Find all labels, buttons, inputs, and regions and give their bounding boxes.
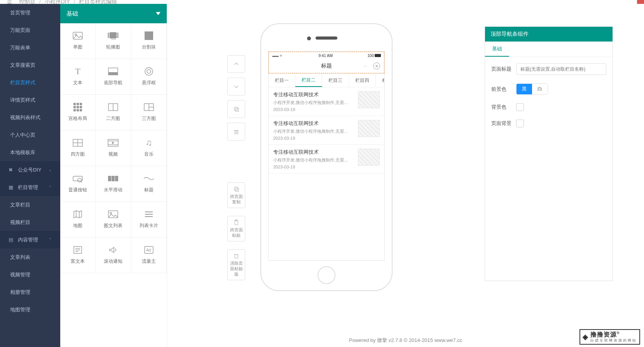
sidebar-item[interactable]: 个人中心页 — [0, 126, 60, 144]
move-up-button[interactable] — [227, 55, 245, 73]
component-text[interactable]: T文本 — [60, 59, 96, 95]
background-color-checkbox[interactable] — [516, 103, 524, 111]
sidebar-item-label: 地图管理 — [10, 306, 52, 313]
selected-navbar-component[interactable]: ᯤ 9:41 AM 100 标题 ⋯ ✕ — [269, 52, 384, 73]
more-icon[interactable]: ⋯ — [362, 62, 369, 69]
component-button[interactable]: 普通按钮 — [60, 166, 96, 202]
component-label: 滚动通知 — [104, 258, 122, 265]
component-ad[interactable]: Ad流量主 — [131, 238, 167, 273]
component-imglist[interactable]: 图文列表 — [96, 202, 131, 238]
sidebar-item[interactable]: 万能页面 — [0, 21, 60, 39]
sidebar-item[interactable]: 视频栏目 — [0, 213, 60, 231]
cross-page-copy-button[interactable]: 跨页面复制 — [227, 182, 245, 208]
component-notice[interactable]: 滚动通知 — [96, 238, 131, 273]
svg-rect-38 — [115, 176, 118, 181]
component-grid2[interactable]: 二方图 — [96, 95, 131, 130]
prop-label-fg: 前景色 — [491, 86, 516, 93]
component-label: 二方图 — [106, 115, 120, 122]
phone-tab[interactable]: 栏目四 — [349, 74, 376, 87]
block-icon — [143, 31, 154, 40]
sidebar-item[interactable]: 文章搜索页 — [0, 56, 60, 74]
footer: Powered by 微擎 v2.7.8 © 2014-2015 www.we7… — [349, 337, 462, 344]
copy-button[interactable] — [227, 100, 245, 118]
svg-text:Ad: Ad — [146, 248, 151, 252]
sidebar-item-label: 相册管理 — [10, 289, 52, 296]
page-title-input[interactable] — [516, 63, 606, 75]
sidebar-item-label: 视频管理 — [10, 271, 52, 278]
doc-icon: ▤ — [9, 237, 14, 243]
sidebar-item-label: 首页管理 — [10, 9, 52, 16]
sidebar-item-label: 万能表单 — [10, 44, 52, 51]
component-music[interactable]: ♫音乐 — [131, 130, 167, 166]
component-image[interactable]: 单图 — [60, 23, 96, 59]
component-label: 文本 — [73, 80, 82, 86]
sidebar-item[interactable]: 地图管理 — [0, 301, 60, 318]
phone-tab[interactable]: 栏目三 — [322, 74, 349, 87]
page-background-checkbox[interactable] — [516, 120, 524, 127]
component-float[interactable]: 悬浮框 — [131, 59, 167, 95]
list-item[interactable]: 专注移动互联网技术小程序开发,微信小程序拖拽制作,无需...2023-03-19 — [269, 87, 384, 116]
sidebar-item[interactable]: 万能表单 — [0, 39, 60, 56]
component-rich[interactable]: 富文本 — [60, 238, 96, 273]
sidebar-item[interactable]: ▦栏目管理⌃ — [0, 179, 60, 196]
list-item[interactable]: 专注移动互联网技术小程序开发,微信小程序拖拽制作,无需...2023-03-19 — [269, 145, 384, 174]
component-label: 宫格布局 — [68, 115, 87, 122]
sidebar-item[interactable]: ✖公众号DIY⌄ — [0, 161, 60, 179]
video-icon — [108, 139, 119, 147]
component-hscroll[interactable]: 水平滑动 — [96, 166, 131, 202]
list-item-desc: 小程序开发,微信小程序拖拽制作,无需... — [273, 100, 354, 106]
sidebar-item-label: 栏目管理 — [18, 184, 49, 191]
phone-tab[interactable]: 栏目二 — [295, 74, 322, 87]
list-item-title: 专注移动互联网技术 — [273, 149, 354, 156]
crumb-mid[interactable]: 小程序DIY — [45, 0, 70, 5]
component-video[interactable]: 视频 — [96, 130, 131, 166]
sidebar-item[interactable]: 文章列表 — [0, 248, 60, 266]
component-panel-header[interactable]: 基础 — [60, 4, 167, 23]
action-label: 清除页面粘贴版 — [229, 260, 243, 277]
sidebar-item[interactable]: ▤内容管理⌃ — [0, 231, 60, 248]
component-grid4[interactable]: 四方图 — [60, 130, 96, 166]
sidebar-item[interactable]: 视频管理 — [0, 266, 60, 283]
hscroll-icon — [108, 174, 119, 183]
sidebar-item[interactable]: 首页管理 — [0, 4, 60, 21]
list-item-thumb — [358, 149, 380, 166]
bottomnav-icon — [108, 67, 119, 76]
prop-label-title: 页面标题 — [491, 66, 516, 73]
sidebar-item[interactable]: 相册管理 — [0, 283, 60, 301]
component-carousel[interactable]: 轮播图 — [96, 23, 131, 59]
menu-icon[interactable]: ☰ — [7, 0, 12, 5]
phone-list: 专注移动互联网技术小程序开发,微信小程序拖拽制作,无需...2023-03-19… — [269, 87, 384, 174]
component-map[interactable]: 地图 — [60, 202, 96, 238]
float-icon — [143, 67, 154, 76]
sidebar-item-label: 视频列表样式 — [10, 114, 52, 121]
delete-button[interactable] — [227, 123, 245, 141]
svg-rect-36 — [108, 176, 111, 181]
carousel-icon — [108, 31, 119, 40]
phone-tab[interactable]: 栏目一 — [269, 74, 295, 87]
sidebar-item[interactable]: 本地模板库 — [0, 144, 60, 161]
sidebar-item[interactable]: 详情页样式 — [0, 91, 60, 109]
sidebar-item[interactable]: 栏目页样式 — [0, 74, 60, 91]
component-block[interactable]: 分割块 — [131, 23, 167, 59]
properties-tab-basic[interactable]: 基础 — [485, 42, 509, 57]
component-grid9[interactable]: 宫格布局 — [60, 95, 96, 130]
fg-white-option[interactable]: 白 — [532, 84, 548, 94]
cross-page-paste-button[interactable]: 跨页面粘贴 — [227, 216, 245, 241]
phone-tab[interactable]: 栏 — [376, 74, 384, 87]
fg-black-option[interactable]: 黑 — [517, 84, 532, 94]
component-wave[interactable]: 标题 — [131, 166, 167, 202]
component-label: 轮播图 — [106, 44, 120, 50]
component-grid3[interactable]: 三方图 — [131, 95, 167, 130]
move-down-button[interactable] — [227, 78, 245, 95]
component-bottomnav[interactable]: 底部导航 — [96, 59, 131, 95]
crumb-root[interactable]: 控制台 — [19, 0, 35, 5]
component-listcard[interactable]: 列表卡片 — [131, 202, 167, 238]
sidebar-item[interactable]: 视频列表样式 — [0, 109, 60, 126]
close-circle-icon[interactable]: ✕ — [373, 62, 380, 69]
svg-rect-15 — [73, 106, 76, 108]
phone-title: 标题 — [321, 62, 332, 69]
list-item[interactable]: 专注移动互联网技术小程序开发,微信小程序拖拽制作,无需...2023-03-19 — [269, 116, 384, 145]
sidebar-item[interactable]: 文章栏目 — [0, 196, 60, 213]
clear-clipboard-button[interactable]: 清除页面粘贴版 — [227, 249, 245, 280]
list-item-thumb — [358, 91, 380, 108]
